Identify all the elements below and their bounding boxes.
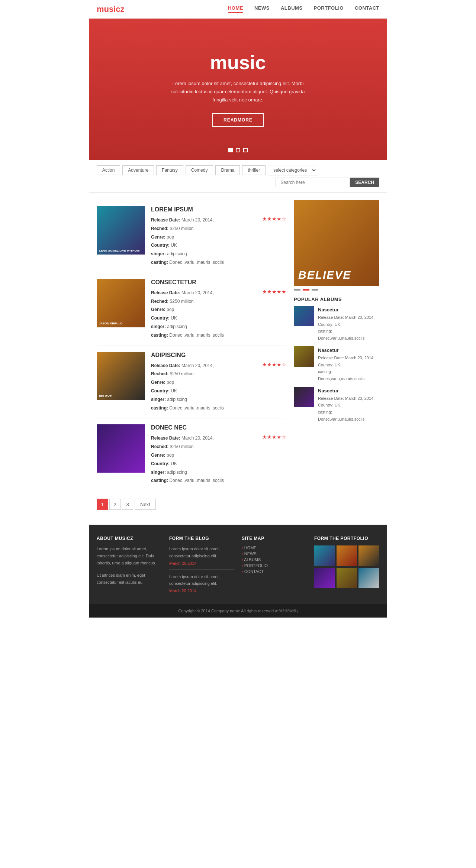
footer-blog-item2-date: March 20,2014 [169, 589, 234, 593]
album-thumbnail[interactable]: BELIEVE [97, 352, 145, 400]
footer-blog-title: FORM THE BLOG [169, 536, 234, 541]
sitemap-news[interactable]: NEWS [242, 551, 307, 556]
footer-sitemap: SITE MAP HOME NEWS ALBUMS PORTFOLIO CONT… [242, 536, 307, 593]
featured-album[interactable]: BELIEVE [294, 200, 379, 291]
popular-info: Nascetur Release Date: March 20, 2014. C… [318, 306, 379, 342]
album-meta: Release Date: March 20, 2014, Reched: $2… [151, 289, 286, 340]
filter-comedy[interactable]: Comedy [186, 165, 213, 175]
footer-blog-item1-date: March 20,2014 [169, 561, 234, 566]
hero-dot-1[interactable] [228, 148, 233, 152]
portfolio-grid [314, 545, 379, 588]
footer-about-title: ABOUT MUSICZ [97, 536, 162, 541]
album-thumbnail[interactable]: LENA GOMEZ LIVE WITHOUT [97, 206, 145, 255]
sitemap-portfolio[interactable]: PORTFOLIO [242, 563, 307, 568]
list-item: Nascetur Release Date: March 20, 2014. C… [294, 306, 379, 342]
album-img-text [97, 424, 145, 473]
navbar: musicz HOME NEWS ALBUMS PORTFOLIO CONTAC… [89, 0, 387, 19]
sitemap-home[interactable]: HOME [242, 545, 307, 550]
table-row: LENA GOMEZ LIVE WITHOUT LOREM IPSUM ★★★★… [97, 200, 286, 273]
hero-dots [228, 148, 248, 152]
portfolio-thumb-2[interactable] [337, 545, 357, 566]
search-input[interactable] [276, 178, 350, 187]
featured-dot-3[interactable] [312, 289, 318, 291]
portfolio-thumb-3[interactable] [358, 545, 379, 566]
album-rating: ★★★★☆ [262, 434, 286, 440]
album-meta: Release Date: March 20, 2014, Reched: $2… [151, 362, 286, 412]
filter-drama[interactable]: Drama [215, 165, 240, 175]
footer-portfolio: FORM THE PORTFOLIO [314, 536, 379, 593]
portfolio-thumb-6[interactable] [358, 568, 379, 589]
hero-dot-2[interactable] [236, 148, 240, 152]
hero-cta-button[interactable]: READMORE [212, 113, 264, 127]
table-row: BELIEVE ADIPISCING ★★★★☆ Release Date: M… [97, 346, 286, 419]
album-meta: Release Date: March 20, 2014, Reched: $2… [151, 216, 286, 267]
album-rating: ★★★★☆ [262, 216, 286, 222]
filter-thriller[interactable]: thriller [242, 165, 266, 175]
nav-contact[interactable]: CONTACT [355, 5, 379, 13]
hero-body: Lorem ipsum dolor sit amet, consectetur … [164, 80, 312, 104]
page-2-button[interactable]: 2 [109, 499, 120, 510]
footer-about: ABOUT MUSICZ Lorem ipsum dolor sit amet,… [97, 536, 162, 593]
album-img-text: LENA GOMEZ LIVE WITHOUT [97, 206, 145, 255]
featured-album-image: BELIEVE [294, 200, 379, 286]
search-button[interactable]: SEARCH [350, 178, 379, 187]
logo[interactable]: musicz [97, 4, 125, 14]
album-info: CONSECTETUR ★★★★★ Release Date: March 20… [151, 279, 286, 340]
featured-dot-1[interactable] [294, 289, 300, 291]
nav-links: HOME NEWS ALBUMS PORTFOLIO CONTACT [228, 5, 379, 13]
footer-sitemap-title: SITE MAP [242, 536, 307, 541]
filter-adventure[interactable]: Adventure [122, 165, 154, 175]
album-title: LOREM IPSUM [151, 206, 286, 213]
search-form: SEARCH [276, 178, 379, 187]
sitemap-albums[interactable]: ALBUMS [242, 557, 307, 562]
popular-thumbnail[interactable] [294, 387, 314, 407]
nav-home[interactable]: HOME [228, 5, 243, 13]
hero-title: music [210, 51, 266, 74]
list-item: Nascetur Release Date: March 20, 2014. C… [294, 346, 379, 382]
featured-dot-2[interactable] [303, 289, 309, 291]
next-page-button[interactable]: Next [135, 499, 156, 510]
album-thumbnail[interactable]: JASON DERULO [97, 279, 145, 327]
category-select[interactable]: select categories Pop Rock [268, 165, 317, 175]
filter-action[interactable]: Action [97, 165, 120, 175]
main-content: LENA GOMEZ LIVE WITHOUT LOREM IPSUM ★★★★… [89, 193, 387, 525]
album-meta: Release Date: March 20, 2014, Reched: $2… [151, 434, 286, 485]
album-rating: ★★★★☆ [262, 362, 286, 367]
popular-thumbnail[interactable] [294, 306, 314, 326]
copyright-text: Copyright © 2014.Company name All rights… [178, 609, 298, 613]
album-img-text: JASON DERULO [97, 279, 145, 327]
popular-title: Nascetur [318, 387, 379, 395]
album-rating: ★★★★★ [262, 289, 286, 295]
album-title: CONSECTETUR [151, 279, 286, 286]
footer-bottom: Copyright © 2014.Company name All rights… [89, 604, 387, 618]
nav-news[interactable]: NEWS [254, 5, 270, 13]
footer-about-body: Lorem ipsum dolor sit amet, consectetur … [97, 545, 162, 566]
featured-dots [294, 289, 379, 291]
footer-blog-item1-body: Lorem ipsum dolor sit amet, consectetur … [169, 545, 234, 559]
footer-about-body2: Ut ultrices diam enim, eget consectetur … [97, 572, 162, 586]
nav-portfolio[interactable]: PORTFOLIO [314, 5, 344, 13]
page-1-button[interactable]: 1 [97, 499, 108, 510]
portfolio-thumb-5[interactable] [337, 568, 357, 589]
page-3-button[interactable]: 3 [122, 499, 133, 510]
portfolio-thumb-4[interactable] [314, 568, 335, 589]
popular-title: Nascetur [318, 306, 379, 314]
album-thumbnail[interactable] [97, 424, 145, 473]
logo-accent: m [97, 4, 104, 14]
featured-album-label: BELIEVE [298, 269, 351, 281]
popular-thumbnail[interactable] [294, 346, 314, 367]
footer-portfolio-title: FORM THE PORTFOLIO [314, 536, 379, 541]
popular-info: Nascetur Release Date: March 20, 2014. C… [318, 346, 379, 382]
filter-fantasy[interactable]: Fantasy [156, 165, 183, 175]
album-img-text: BELIEVE [97, 352, 145, 400]
filter-bar: Action Adventure Fantasy Comedy Drama th… [89, 160, 387, 193]
portfolio-thumb-1[interactable] [314, 545, 335, 566]
hero-dot-3[interactable] [243, 148, 248, 152]
sitemap-contact[interactable]: CONTACT [242, 569, 307, 574]
footer-top: ABOUT MUSICZ Lorem ipsum dolor sit amet,… [89, 525, 387, 604]
album-title: DONEC NEC [151, 424, 286, 431]
album-list: LENA GOMEZ LIVE WITHOUT LOREM IPSUM ★★★★… [97, 200, 294, 517]
pagination: 1 2 3 Next [97, 491, 286, 517]
nav-albums[interactable]: ALBUMS [281, 5, 303, 13]
logo-text: usicz [104, 4, 125, 14]
